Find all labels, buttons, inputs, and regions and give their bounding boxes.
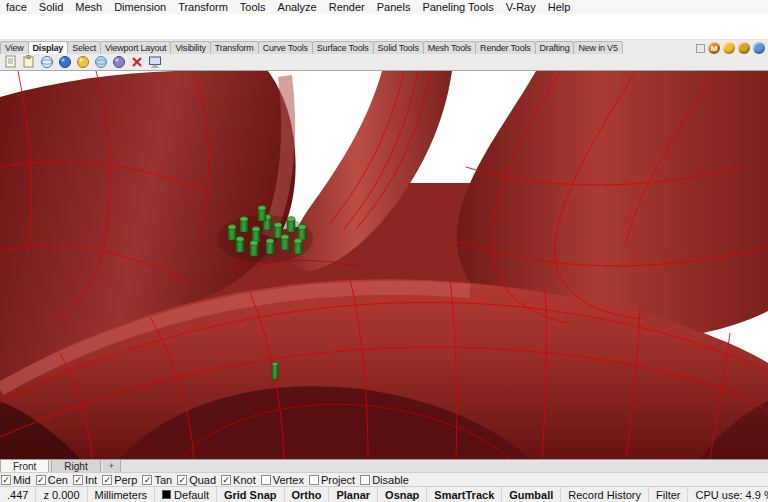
xray-display-icon[interactable] (111, 55, 126, 70)
status-cpu-use: CPU use: 4.9 % (688, 487, 768, 502)
status-gumball[interactable]: Gumball (502, 487, 561, 502)
osnap-tan-checkbox[interactable] (142, 475, 152, 485)
layer-name: Default (174, 489, 209, 501)
shaded-display-icon[interactable] (57, 55, 72, 70)
viewport-canvas[interactable] (0, 71, 768, 459)
tab-visibility[interactable]: Visibility (170, 41, 210, 54)
osnap-mid[interactable]: Mid (1, 474, 31, 486)
osnap-cen[interactable]: Cen (36, 474, 68, 486)
plugin-yellow-ball-icon[interactable] (723, 42, 735, 54)
menu-paneling-tools[interactable]: Paneling Tools (416, 1, 499, 13)
viewport-tab-front[interactable]: Front (0, 460, 49, 472)
rendered-scene[interactable] (0, 71, 768, 459)
rendered-display-icon[interactable] (75, 55, 90, 70)
monitor-icon[interactable] (147, 55, 162, 70)
copy-display-icon[interactable] (3, 55, 18, 70)
menu-vray[interactable]: V-Ray (500, 1, 542, 13)
osnap-perp-label: Perp (114, 474, 137, 486)
menu-tools[interactable]: Tools (234, 1, 272, 13)
menu-transform[interactable]: Transform (172, 1, 234, 13)
status-ortho[interactable]: Ortho (285, 487, 330, 502)
osnap-bar: Mid Cen Int Perp Tan Quad Knot Vertex Pr… (0, 472, 768, 486)
display-toolbar (0, 54, 768, 71)
osnap-project-label: Project (321, 474, 355, 486)
tab-overflow-icon[interactable] (696, 44, 705, 53)
osnap-disable-label: Disable (372, 474, 409, 486)
osnap-vertex[interactable]: Vertex (261, 474, 304, 486)
status-units[interactable]: Millimeters (88, 487, 156, 502)
tab-select[interactable]: Select (67, 41, 101, 54)
osnap-int-label: Int (85, 474, 97, 486)
menu-mesh[interactable]: Mesh (69, 1, 108, 13)
paste-display-icon[interactable] (21, 55, 36, 70)
menu-analyze[interactable]: Analyze (272, 1, 323, 13)
plugin-gold-icon[interactable] (738, 42, 750, 54)
menu-dimension[interactable]: Dimension (108, 1, 172, 13)
status-osnap[interactable]: Osnap (378, 487, 427, 502)
status-z-coordinate: z 0.000 (36, 487, 87, 502)
osnap-quad-checkbox[interactable] (177, 475, 187, 485)
osnap-int[interactable]: Int (73, 474, 97, 486)
status-filter[interactable]: Filter (649, 487, 688, 502)
tab-display[interactable]: Display (28, 41, 69, 54)
status-planar[interactable]: Planar (329, 487, 378, 502)
viewport-tab-bar: Front Right + (0, 459, 768, 472)
osnap-tan-label: Tan (154, 474, 172, 486)
command-area[interactable] (0, 14, 768, 40)
menu-bar: face Solid Mesh Dimension Transform Tool… (0, 0, 768, 14)
wireframe-display-icon[interactable] (39, 55, 54, 70)
tab-new-in-v5[interactable]: New in V5 (573, 41, 622, 54)
menu-render[interactable]: Render (323, 1, 371, 13)
osnap-cen-checkbox[interactable] (36, 475, 46, 485)
osnap-int-checkbox[interactable] (73, 475, 83, 485)
osnap-vertex-label: Vertex (273, 474, 304, 486)
osnap-disable-checkbox[interactable] (360, 475, 370, 485)
status-smarttrack[interactable]: SmartTrack (427, 487, 502, 502)
menu-surface[interactable]: face (0, 1, 33, 13)
osnap-disable[interactable]: Disable (360, 474, 409, 486)
osnap-quad[interactable]: Quad (177, 474, 216, 486)
osnap-cen-label: Cen (48, 474, 68, 486)
status-x-coordinate: .447 (0, 487, 36, 502)
osnap-tan[interactable]: Tan (142, 474, 172, 486)
osnap-knot[interactable]: Knot (221, 474, 256, 486)
tab-solid-tools[interactable]: Solid Tools (373, 41, 424, 54)
osnap-mid-checkbox[interactable] (1, 475, 11, 485)
tab-render-tools[interactable]: Render Tools (475, 41, 535, 54)
osnap-perp-checkbox[interactable] (102, 475, 112, 485)
menu-solid[interactable]: Solid (33, 1, 69, 13)
status-grid-snap[interactable]: Grid Snap (217, 487, 285, 502)
osnap-vertex-checkbox[interactable] (261, 475, 271, 485)
tab-curve-tools[interactable]: Curve Tools (258, 41, 313, 54)
viewport-tab-right[interactable]: Right (51, 460, 100, 472)
tab-view[interactable]: View (0, 41, 29, 54)
tab-mesh-tools[interactable]: Mesh Tools (423, 41, 476, 54)
osnap-quad-label: Quad (189, 474, 216, 486)
osnap-mid-label: Mid (13, 474, 31, 486)
menu-help[interactable]: Help (542, 1, 577, 13)
osnap-perp[interactable]: Perp (102, 474, 137, 486)
tab-viewport-layout[interactable]: Viewport Layout (100, 41, 171, 54)
new-viewport-tab-button[interactable]: + (103, 460, 121, 472)
tab-drafting[interactable]: Drafting (535, 41, 575, 54)
osnap-project[interactable]: Project (309, 474, 355, 486)
osnap-project-checkbox[interactable] (309, 475, 319, 485)
menu-panels[interactable]: Panels (371, 1, 417, 13)
red-x-icon[interactable] (129, 55, 144, 70)
status-record-history[interactable]: Record History (561, 487, 649, 502)
plugin-blue-icon[interactable] (753, 42, 765, 54)
layer-color-swatch (162, 490, 171, 499)
plugin-m-icon[interactable]: M (708, 42, 720, 54)
tab-surface-tools[interactable]: Surface Tools (312, 41, 374, 54)
toolbar-tab-row: View Display Select Viewport Layout Visi… (0, 40, 768, 54)
osnap-knot-label: Knot (233, 474, 256, 486)
osnap-knot-checkbox[interactable] (221, 475, 231, 485)
tab-transform[interactable]: Transform (210, 41, 259, 54)
status-layer[interactable]: Default (155, 487, 217, 502)
ghosted-display-icon[interactable] (93, 55, 108, 70)
status-bar: .447 z 0.000 Millimeters Default Grid Sn… (0, 486, 768, 502)
